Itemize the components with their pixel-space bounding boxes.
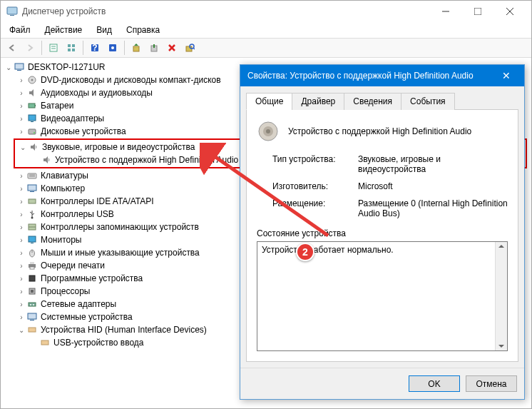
tab-general[interactable]: Общие xyxy=(246,93,292,110)
computer-icon xyxy=(14,61,25,73)
expand-icon[interactable]: › xyxy=(16,211,26,218)
expand-icon[interactable]: › xyxy=(16,76,26,84)
expand-icon[interactable]: › xyxy=(16,249,26,257)
location-label: Размещение: xyxy=(272,198,358,218)
speaker-icon xyxy=(28,141,39,153)
svg-rect-42 xyxy=(31,243,34,243)
tab-driver[interactable]: Драйвер xyxy=(292,93,344,110)
disc-icon xyxy=(26,74,38,86)
forward-button[interactable] xyxy=(21,39,39,56)
expand-icon[interactable]: › xyxy=(16,301,26,308)
annotation-badge: 2 xyxy=(296,243,314,261)
svg-rect-1 xyxy=(10,15,14,16)
tree-label: Клавиатуры xyxy=(41,171,94,181)
usb-icon xyxy=(26,208,38,220)
expand-icon[interactable]: › xyxy=(16,262,26,270)
uninstall-button[interactable] xyxy=(163,39,180,56)
svg-point-31 xyxy=(34,132,35,133)
action-button[interactable] xyxy=(104,39,121,56)
mouse-icon xyxy=(26,247,38,258)
software-icon xyxy=(26,273,38,284)
view-button[interactable] xyxy=(63,39,80,56)
svg-rect-41 xyxy=(29,236,36,242)
tree-label: DESKTOP-I1271UR xyxy=(28,62,111,72)
svg-text:?: ? xyxy=(92,43,97,53)
printer-icon xyxy=(26,260,38,271)
expand-icon[interactable]: › xyxy=(16,128,26,136)
svg-rect-0 xyxy=(7,7,17,14)
tree-label: Устройства HID (Human Interface Devices) xyxy=(41,325,213,335)
tree-label: DVD-дисководы и дисководы компакт-дисков xyxy=(41,75,227,85)
svg-rect-57 xyxy=(41,340,48,345)
expand-icon[interactable]: ⌄ xyxy=(16,326,26,334)
tab-details[interactable]: Сведения xyxy=(344,93,401,110)
hdd-icon xyxy=(26,126,38,137)
expand-icon[interactable]: › xyxy=(16,172,26,180)
scrollbar[interactable] xyxy=(495,242,507,350)
svg-rect-35 xyxy=(28,185,36,191)
expand-icon[interactable]: › xyxy=(16,102,26,110)
tree-label: Очереди печати xyxy=(41,261,111,271)
tree-label: Мыши и иные указывающие устройства xyxy=(41,248,205,258)
maximize-button[interactable] xyxy=(461,1,493,21)
svg-rect-12 xyxy=(72,49,75,51)
disable-button[interactable] xyxy=(145,39,163,56)
expand-icon[interactable]: ⌄ xyxy=(4,64,14,71)
manufacturer-value: Microsoft xyxy=(358,181,508,191)
expand-icon[interactable]: › xyxy=(16,288,26,296)
keyboard-icon xyxy=(26,170,38,181)
status-label: Состояние устройства xyxy=(257,228,508,238)
svg-point-53 xyxy=(33,304,34,306)
menu-action[interactable]: Действие xyxy=(39,24,88,36)
svg-rect-55 xyxy=(30,320,34,320)
tree-label: USB-устройство ввода xyxy=(53,338,150,348)
menu-help[interactable]: Справка xyxy=(121,24,165,36)
help-button[interactable]: ? xyxy=(86,39,103,56)
svg-rect-11 xyxy=(68,49,71,51)
menu-file[interactable]: Файл xyxy=(4,24,36,36)
expand-icon[interactable]: › xyxy=(16,275,26,283)
back-button[interactable] xyxy=(4,39,21,56)
cancel-button[interactable]: Отмена xyxy=(466,375,517,392)
dialog-close-button[interactable]: ✕ xyxy=(496,65,517,86)
menu-view[interactable]: Вид xyxy=(91,24,118,36)
controller-icon xyxy=(26,196,38,207)
minimize-button[interactable] xyxy=(429,1,461,21)
hid-icon xyxy=(39,337,51,348)
expand-icon[interactable]: › xyxy=(16,313,26,321)
scan-hardware-button[interactable] xyxy=(181,39,198,56)
tree-label: Видеоадаптеры xyxy=(41,113,110,123)
hid-icon xyxy=(26,324,38,335)
expand-icon[interactable]: › xyxy=(16,89,26,97)
properties-button[interactable] xyxy=(45,39,62,56)
ok-button[interactable]: OK xyxy=(409,375,460,392)
tab-events[interactable]: События xyxy=(401,93,455,110)
window-title: Диспетчер устройств xyxy=(22,6,429,16)
expand-icon[interactable]: › xyxy=(16,223,26,231)
svg-point-52 xyxy=(30,304,31,306)
battery-icon xyxy=(26,100,38,111)
svg-rect-36 xyxy=(30,191,34,192)
svg-rect-37 xyxy=(29,199,36,203)
dialog-title: Свойства: Устройство с поддержкой High D… xyxy=(247,71,496,81)
expand-icon[interactable]: ⌄ xyxy=(18,143,28,151)
properties-dialog: Свойства: Устройство с поддержкой High D… xyxy=(240,64,525,400)
update-driver-button[interactable] xyxy=(128,39,145,56)
svg-line-21 xyxy=(193,48,195,49)
tree-label: Компьютер xyxy=(41,183,91,193)
expand-icon[interactable]: › xyxy=(16,236,26,244)
status-textarea[interactable]: Устройство работает нормально. xyxy=(257,241,508,351)
expand-icon[interactable]: › xyxy=(16,198,26,206)
expand-icon[interactable]: › xyxy=(16,115,26,123)
svg-rect-17 xyxy=(133,46,139,51)
svg-rect-54 xyxy=(28,313,36,319)
tree-label: Аудиовходы и аудиовыходы xyxy=(41,88,158,98)
tree-label: Дисковые устройства xyxy=(41,126,132,136)
close-button[interactable] xyxy=(493,1,526,21)
expand-icon[interactable]: › xyxy=(16,185,26,193)
app-icon xyxy=(6,6,18,17)
tree-label: Сетевые адаптеры xyxy=(41,299,122,309)
device-name: Устройство с поддержкой High Definition … xyxy=(288,126,471,136)
tree-label: Программные устройства xyxy=(41,273,148,283)
toolbar: ? xyxy=(1,38,531,58)
